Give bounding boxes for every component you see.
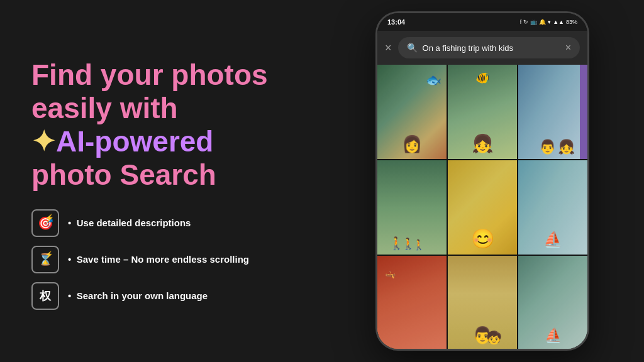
- headline-line4: photo Search: [31, 158, 296, 192]
- feature-item-language: 权 • Search in your own language: [31, 282, 296, 310]
- search-area: × 🔍 On a fishing trip with kids ×: [377, 31, 587, 65]
- right-panel: 13:04 f ↻ 📺 🔔 ▾ ▲▲ 83% × 🔍 On a fishing …: [321, 0, 644, 362]
- photo-4[interactable]: 🚶 🚶 🚶: [377, 160, 447, 255]
- hourglass-icon: ⌛ ⚡: [31, 246, 59, 273]
- signal-icon: ▲▲: [553, 19, 564, 25]
- twitch-icon: 📺: [530, 19, 537, 25]
- back-button[interactable]: ×: [385, 41, 392, 55]
- feature-text-time: • Save time – No more endless scrolling: [68, 254, 249, 265]
- status-icons: f ↻ 📺 🔔 ▾ ▲▲ 83%: [520, 19, 577, 25]
- photo-3[interactable]: 👨 👧: [518, 65, 587, 159]
- photo-8[interactable]: 👨 🧒: [448, 256, 517, 350]
- headline-line2: easily with: [31, 92, 296, 125]
- headline-line1: Find your photos: [31, 58, 296, 92]
- photo-1[interactable]: 👩 🐟: [377, 65, 447, 159]
- features-list: 🎯 ⚡ • Use detailed descriptions ⌛ ⚡ • Sa…: [31, 209, 296, 310]
- left-panel: Find your photos easily with ✦AI-powered…: [0, 0, 321, 362]
- status-time: 13:04: [387, 18, 405, 26]
- search-bar[interactable]: 🔍 On a fishing trip with kids ×: [398, 37, 580, 58]
- photo-2[interactable]: 👧 🐠: [448, 65, 517, 159]
- search-query-text: On a fishing trip with kids: [423, 43, 560, 53]
- feature-text-language: • Search in your own language: [68, 290, 208, 302]
- photo-9[interactable]: ⛵: [518, 256, 587, 350]
- headline-line3: ✦AI-powered: [31, 125, 296, 158]
- feature-item-time: ⌛ ⚡ • Save time – No more endless scroll…: [31, 246, 296, 273]
- photo-5[interactable]: 😊: [448, 160, 517, 255]
- notification-icon: 🔔: [539, 19, 546, 25]
- battery-icon: 83%: [566, 19, 577, 25]
- language-icon: 权: [31, 282, 59, 310]
- facebook-icon: f: [520, 19, 522, 25]
- sync-icon: ↻: [523, 19, 528, 25]
- ai-text: AI-powered: [56, 125, 213, 158]
- sparkle-icon: ✦: [31, 125, 56, 158]
- wifi-icon: ▾: [548, 19, 551, 25]
- headline: Find your photos easily with ✦AI-powered…: [31, 58, 296, 192]
- clear-search-button[interactable]: ×: [565, 42, 571, 53]
- search-icon: 🔍: [407, 43, 418, 53]
- photo-6[interactable]: ⛵: [518, 160, 587, 255]
- feature-item-descriptions: 🎯 ⚡ • Use detailed descriptions: [31, 209, 296, 237]
- photo-grid: 👩 🐟 👧 🐠 👨 👧 🚶 🚶 🚶 😊: [377, 65, 587, 350]
- phone-mockup: 13:04 f ↻ 📺 🔔 ▾ ▲▲ 83% × 🔍 On a fishing …: [375, 11, 589, 351]
- photo-7[interactable]: 🛶: [377, 256, 447, 350]
- feature-text-descriptions: • Use detailed descriptions: [68, 217, 191, 229]
- status-bar: 13:04 f ↻ 📺 🔔 ▾ ▲▲ 83%: [377, 13, 587, 31]
- target-icon: 🎯 ⚡: [31, 209, 59, 237]
